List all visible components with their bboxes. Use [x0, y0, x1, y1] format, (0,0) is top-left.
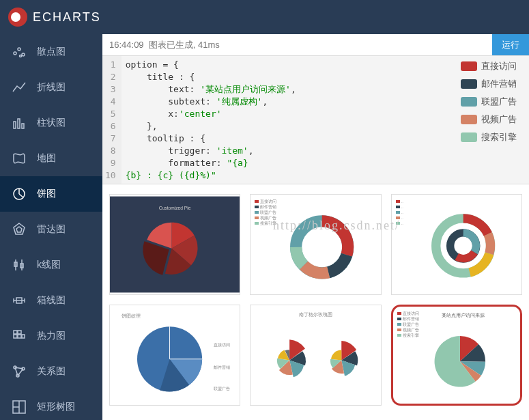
- candlestick-icon: [11, 257, 27, 273]
- graph-icon: [11, 363, 27, 380]
- sidebar-item-label: 关系图: [37, 365, 66, 378]
- scatter-icon: [11, 44, 27, 60]
- sidebar-item-label: 地图: [37, 152, 56, 165]
- svg-point-1: [18, 48, 20, 51]
- svg-rect-6: [22, 124, 24, 128]
- sidebar-item-scatter[interactable]: 散点图: [0, 34, 102, 70]
- legend: 直接访问邮件营销联盟广告视频广告搜索引擎: [461, 60, 517, 149]
- header: ECHARTS: [0, 0, 529, 34]
- svg-line-27: [18, 369, 23, 376]
- logo: ECHARTS: [8, 8, 101, 27]
- svg-point-2: [22, 53, 25, 56]
- sidebar-item-label: 热力图: [37, 330, 66, 342]
- svg-rect-18: [14, 331, 17, 334]
- bar-chart-icon: [11, 115, 27, 131]
- svg-rect-22: [22, 335, 25, 338]
- radar-icon: [11, 221, 27, 238]
- sidebar-item-label: 矩形树图: [37, 401, 75, 413]
- sidebar-item-label: 折线图: [37, 81, 66, 94]
- sidebar-item-label: 箱线图: [37, 294, 66, 307]
- sidebar-item-label: 饼图: [37, 188, 56, 200]
- chart-thumb[interactable]: Customized Pie: [109, 194, 240, 295]
- svg-marker-9: [16, 227, 22, 232]
- sidebar-item-label: k线图: [37, 259, 61, 271]
- sidebar-item-pie[interactable]: 饼图: [0, 176, 102, 212]
- svg-text:邮件营销: 邮件营销: [214, 365, 230, 369]
- sidebar-item-label: 雷达图: [37, 223, 66, 236]
- sidebar-item-radar[interactable]: 雷达图: [0, 212, 102, 247]
- sidebar-item-heatmap[interactable]: 热力图: [0, 318, 102, 354]
- svg-point-3: [20, 55, 22, 57]
- gallery: http://blog.csdn.net/ Customized Pie: [102, 184, 529, 420]
- line-chart-icon: [11, 79, 27, 96]
- svg-rect-20: [14, 335, 17, 338]
- chart-thumb[interactable]: 饼图纹理 直接访问 邮件营销 联盟广告: [109, 305, 240, 406]
- chart-thumb-selected[interactable]: 直接访问邮件营销联盟广告视频广告搜索引擎 某站点用户访问来源: [391, 305, 522, 406]
- sidebar-item-label: 柱状图: [37, 117, 66, 129]
- sidebar-item-line[interactable]: 折线图: [0, 70, 102, 105]
- svg-text:联盟广告: 联盟广告: [214, 386, 230, 391]
- svg-rect-4: [14, 122, 16, 128]
- sidebar-item-map[interactable]: 地图: [0, 141, 102, 176]
- chart-thumb[interactable]: 南丁格尔玫瑰图: [250, 305, 381, 406]
- svg-text:某站点用户访问来源: 某站点用户访问来源: [442, 313, 485, 318]
- logo-icon: [8, 8, 27, 27]
- sidebar-item-boxplot[interactable]: 箱线图: [0, 283, 102, 318]
- svg-text:南丁格尔玫瑰图: 南丁格尔玫瑰图: [299, 312, 332, 317]
- svg-rect-19: [18, 331, 21, 334]
- sidebar-item-bar[interactable]: 柱状图: [0, 105, 102, 141]
- sidebar-item-candlestick[interactable]: k线图: [0, 247, 102, 283]
- treemap-icon: [11, 399, 27, 415]
- svg-point-0: [14, 52, 16, 55]
- svg-text:直接访问: 直接访问: [214, 342, 230, 347]
- heatmap-icon: [11, 328, 27, 344]
- status-bar: 16:44:09 图表已生成, 41ms 运行: [102, 34, 529, 56]
- svg-rect-21: [18, 335, 21, 338]
- sidebar: 散点图 折线图 柱状图 地图 饼图 雷达图 k线图 箱线图: [0, 34, 102, 420]
- sidebar-item-label: 散点图: [37, 46, 66, 58]
- svg-rect-5: [18, 119, 20, 128]
- svg-text:Customized Pie: Customized Pie: [159, 206, 191, 210]
- brand-text: ECHARTS: [33, 10, 101, 25]
- sidebar-item-treemap[interactable]: 矩形树图: [0, 389, 102, 415]
- pie-chart-icon: [11, 186, 27, 202]
- boxplot-icon: [11, 292, 27, 309]
- chart-thumb[interactable]: 直接访问邮件营销联盟广告视频广告搜索引擎: [250, 194, 381, 295]
- svg-text:饼图纹理: 饼图纹理: [121, 313, 141, 318]
- sidebar-item-graph[interactable]: 关系图: [0, 354, 102, 389]
- map-icon: [11, 150, 27, 167]
- run-button[interactable]: 运行: [492, 34, 529, 55]
- chart-thumb[interactable]: ..........: [391, 194, 522, 295]
- status-text: 16:44:09 图表已生成, 41ms: [102, 39, 492, 51]
- editor-panel: 16:44:09 图表已生成, 41ms 运行 1234567891011121…: [102, 34, 529, 184]
